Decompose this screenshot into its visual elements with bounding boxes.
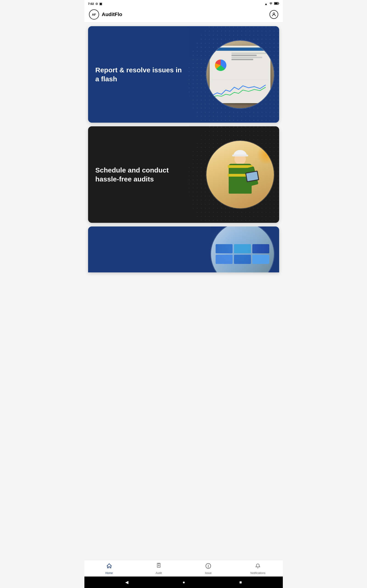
main-content: Report & resolve issues in a flash [84,23,283,560]
time-display: 7:02 [88,2,94,6]
issue-icon [205,563,211,571]
android-recent-button[interactable]: ■ [239,580,242,585]
header-left: AF AuditFlo [89,9,122,19]
card-report-image [206,40,275,109]
app-header: AF AuditFlo [84,7,283,23]
android-back-button[interactable]: ◀ [125,580,128,585]
notifications-label: Notifications [250,571,265,575]
third-feature-card[interactable] [88,226,279,272]
schedule-audit-card[interactable]: Schedule and conduct hassle-free audits [88,126,279,223]
svg-point-15 [208,567,209,567]
wifi-signal-icon [269,2,273,6]
battery-icon [274,2,279,6]
app-title: AuditFlo [102,11,122,17]
bottom-nav: Home Audit Issue [84,560,283,577]
nav-audit[interactable]: Audit [134,562,184,576]
report-resolve-card[interactable]: Report & resolve issues in a flash [88,26,279,123]
home-icon [106,563,112,571]
card-audit-text: Schedule and conduct hassle-free audits [95,166,187,183]
nav-notifications[interactable]: Notifications [233,562,283,576]
bell-icon [255,563,261,571]
svg-point-3 [273,13,275,15]
svg-rect-2 [278,3,279,4]
android-home-button[interactable]: ● [183,580,185,585]
storage-icon: ▣ [99,2,102,6]
nav-issue[interactable]: Issue [184,562,233,576]
issue-label: Issue [205,571,212,575]
card-report-text: Report & resolve issues in a flash [95,65,187,83]
svg-rect-1 [274,3,277,4]
af-logo: AF [89,9,99,19]
card-audit-image [206,140,275,209]
sim-icon: ⊙ [95,2,98,6]
status-bar: 7:02 ⊙ ▣ ▲ [84,0,283,7]
status-bar-right: ▲ [265,2,279,6]
wifi-icon: ▲ [265,2,268,6]
home-label: Home [106,571,113,575]
android-nav: ◀ ● ■ [84,577,283,588]
nav-home[interactable]: Home [84,562,134,576]
audit-icon [156,563,161,571]
profile-button[interactable] [269,10,278,19]
status-bar-left: 7:02 ⊙ ▣ [88,2,102,6]
audit-label: Audit [156,571,162,575]
